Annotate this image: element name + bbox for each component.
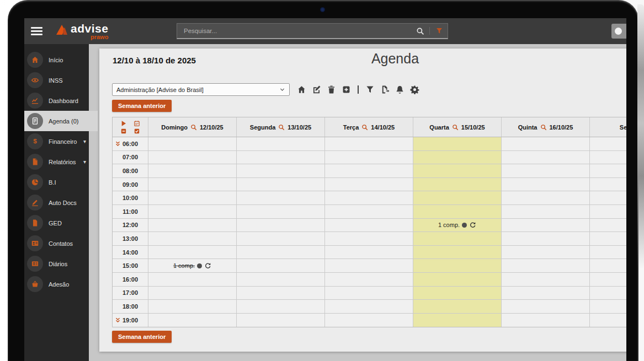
calendar-cell[interactable]	[502, 287, 590, 300]
calendar-cell[interactable]	[325, 273, 413, 286]
search-icon[interactable]	[416, 27, 424, 35]
menu-icon[interactable]	[31, 27, 42, 35]
sidebar-item-contatos[interactable]: Contatos	[24, 233, 89, 254]
calendar-cell[interactable]	[237, 164, 325, 177]
calendar-cell[interactable]	[590, 314, 626, 327]
play-icon[interactable]	[120, 120, 127, 127]
refresh-icon[interactable]	[469, 222, 476, 229]
calendar-cell[interactable]	[590, 191, 626, 204]
calendar-cell[interactable]	[590, 246, 626, 259]
calendar-cell[interactable]	[502, 151, 590, 164]
calendar-cell[interactable]	[413, 205, 502, 218]
previous-week-button[interactable]: Semana anterior	[112, 100, 172, 112]
calendar-cell[interactable]	[590, 219, 626, 232]
calendar-cell[interactable]	[502, 137, 590, 150]
settings-icon[interactable]	[410, 85, 419, 94]
calendar-cell[interactable]	[502, 273, 590, 286]
calendar-cell[interactable]	[590, 178, 626, 191]
calendar-cell[interactable]	[148, 137, 237, 150]
calendar-cell[interactable]	[502, 232, 590, 245]
home-icon[interactable]	[297, 85, 306, 94]
sidebar-item-diarios[interactable]: Diários	[24, 254, 89, 274]
calendar-cell[interactable]	[590, 273, 626, 286]
calendar-cell[interactable]	[237, 205, 325, 218]
calendar-cell[interactable]	[148, 151, 237, 164]
calendar-cell[interactable]	[325, 287, 413, 300]
calendar-icon[interactable]	[134, 120, 140, 127]
calendar-cell[interactable]	[325, 232, 413, 245]
calendar-cell[interactable]	[413, 300, 502, 313]
sidebar-item-autodocs[interactable]: Auto Docs	[24, 192, 89, 213]
calendar-cell[interactable]	[413, 314, 502, 327]
calendar-cell[interactable]	[237, 219, 325, 232]
search-input[interactable]	[177, 28, 416, 34]
box-minus-icon[interactable]	[120, 128, 127, 134]
calendar-cell[interactable]	[502, 259, 590, 272]
calendar-cell[interactable]	[237, 151, 325, 164]
calendar-cell[interactable]	[590, 300, 626, 313]
day-search-icon[interactable]	[452, 124, 459, 131]
day-search-icon[interactable]	[361, 124, 368, 131]
calendar-cell[interactable]: 1 comp.	[148, 259, 237, 272]
calendar-cell[interactable]	[237, 232, 325, 245]
calendar-cell[interactable]	[413, 151, 502, 164]
calendar-cell[interactable]	[590, 151, 626, 164]
calendar-cell[interactable]	[237, 273, 325, 286]
calendar-cell[interactable]	[237, 259, 325, 272]
calendar-cell[interactable]	[413, 259, 502, 272]
add-icon[interactable]	[342, 85, 351, 94]
calendar-cell[interactable]: 1 comp.	[413, 219, 502, 232]
calendar-cell[interactable]	[502, 300, 590, 313]
calendar-cell[interactable]	[502, 178, 590, 191]
calendar-cell[interactable]	[502, 164, 590, 177]
calendar-cell[interactable]	[413, 273, 502, 286]
calendar-cell[interactable]	[590, 164, 626, 177]
expand-rows-icon[interactable]	[115, 141, 121, 147]
calendar-cell[interactable]	[325, 191, 413, 204]
calendar-cell[interactable]	[413, 137, 502, 150]
calendar-cell[interactable]	[148, 314, 237, 327]
calendar-cell[interactable]	[502, 314, 590, 327]
sidebar-item-inss[interactable]: INSS	[24, 70, 89, 90]
calendar-cell[interactable]	[148, 232, 237, 245]
user-avatar[interactable]	[611, 24, 626, 39]
calendar-cell[interactable]	[325, 246, 413, 259]
calendar-cell[interactable]	[325, 259, 413, 272]
calendar-cell[interactable]	[325, 219, 413, 232]
calendar-cell[interactable]	[590, 232, 626, 245]
calendar-cell[interactable]	[148, 287, 237, 300]
filter-icon[interactable]	[365, 85, 375, 94]
calendar-cell[interactable]	[502, 219, 590, 232]
calendar-cell[interactable]	[413, 246, 502, 259]
day-search-icon[interactable]	[190, 124, 197, 131]
calendar-cell[interactable]	[590, 259, 626, 272]
calendar-cell[interactable]	[502, 246, 590, 259]
calendar-cell[interactable]	[413, 191, 502, 204]
calendar-cell[interactable]	[413, 178, 502, 191]
calendar-cell[interactable]	[590, 205, 626, 218]
calendar-cell[interactable]	[148, 273, 237, 286]
calendar-cell[interactable]	[325, 205, 413, 218]
calendar-cell[interactable]	[237, 314, 325, 327]
calendar-cell[interactable]	[148, 178, 237, 191]
calendar-cell[interactable]	[148, 300, 237, 313]
calendar-cell[interactable]	[413, 287, 502, 300]
sidebar-item-dashboard[interactable]: Dashboard	[24, 90, 89, 111]
calendar-cell[interactable]	[148, 205, 237, 218]
calendar-cell[interactable]	[237, 178, 325, 191]
box-check-icon[interactable]	[134, 128, 140, 134]
calendar-cell[interactable]	[148, 219, 237, 232]
edit-icon[interactable]	[312, 85, 321, 94]
sidebar-item-ged[interactable]: GED	[24, 213, 89, 233]
calendar-cell[interactable]	[237, 137, 325, 150]
calendar-cell[interactable]	[237, 287, 325, 300]
notifications-icon[interactable]	[395, 85, 405, 94]
calendar-cell[interactable]	[237, 300, 325, 313]
refresh-icon[interactable]	[204, 262, 211, 270]
calendar-cell[interactable]	[148, 246, 237, 259]
calendar-cell[interactable]	[325, 314, 413, 327]
sidebar-item-bi[interactable]: B.I	[24, 172, 89, 192]
previous-week-button-bottom[interactable]: Semana anterior	[112, 331, 172, 343]
sidebar-item-inicio[interactable]: Início	[24, 50, 89, 70]
calendar-cell[interactable]	[325, 300, 413, 313]
